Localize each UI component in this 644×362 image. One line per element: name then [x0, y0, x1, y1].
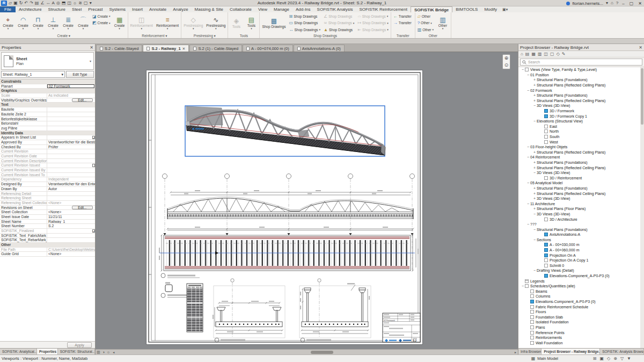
terrain-button[interactable]: ▦ Create ▾	[113, 16, 127, 30]
elevation-points-button[interactable]: ▲ Shop Drawings	[323, 27, 355, 32]
select-by-face-icon[interactable]: ⊕	[613, 356, 617, 361]
help-button[interactable]: ? Other ▾	[416, 20, 435, 25]
tree-item[interactable]: AxisAnnotations-A	[518, 232, 644, 237]
tree-expander-icon[interactable]: +	[532, 166, 537, 170]
tree-item[interactable]: Reinforcements	[518, 335, 644, 341]
measure-3d-button[interactable]: ∠ Shop Drawings	[323, 14, 355, 19]
tree-item[interactable]: − 02 Formwork	[518, 88, 644, 93]
ribbon-tab[interactable]: Analyze	[170, 6, 191, 12]
palette-tab[interactable]: SOFiSTiK: Analytical...	[0, 349, 37, 354]
transfer-export-button[interactable]: → Transfer	[392, 20, 414, 25]
property-row[interactable]: SOFiSTiK_Finalized	[0, 229, 95, 234]
tree-expander-icon[interactable]: +	[532, 197, 537, 200]
tree-item[interactable]: A - 00+030,000 m	[518, 242, 644, 248]
sheet-s2-railway-1[interactable]: 02 Formwork S.2	[147, 70, 422, 344]
property-row[interactable]: Text	[0, 103, 95, 107]
sections-button[interactable]: ▩ Shop Drawings	[261, 17, 287, 28]
property-row[interactable]: Scale As indicated	[0, 93, 95, 98]
app-store-icon[interactable]: ⌂	[611, 1, 613, 6]
tree-item[interactable]: − 01 Position	[518, 73, 644, 78]
design-options-icon[interactable]: ▦	[531, 356, 536, 361]
tree-item[interactable]: − 04 Reinforcement	[518, 155, 644, 160]
tree-item[interactable]: A - 00+060,000 m	[518, 248, 644, 253]
scroll-right-icon[interactable]: ▸	[513, 350, 518, 354]
property-row[interactable]: Planart 02 Formwork	[0, 84, 95, 89]
ribbon-tab[interactable]: SOFiSTiK Analysis	[314, 6, 356, 12]
curve-dimension-button[interactable]: ⌓ Shop Drawings ▾	[356, 13, 389, 19]
ribbon-tab[interactable]: Precast	[85, 6, 106, 12]
property-row[interactable]: Sheet Number S.2	[0, 224, 95, 229]
browser-filter-icon[interactable]: ◇	[557, 52, 560, 56]
thin-lines-icon[interactable]: ≋	[78, 1, 82, 6]
tree-item[interactable]: Projection On A	[518, 252, 644, 258]
tree-item[interactable]: 3D / Reinforcement	[518, 175, 644, 180]
references-dimension-button[interactable]: ↦ Shop Drawings ▾	[356, 20, 389, 25]
property-row[interactable]: SOFiSTiK_Text_FabricMark_Lar...	[0, 234, 95, 238]
view-tab[interactable]: A - 00+074,000 m (0)	[243, 45, 293, 52]
shape-button[interactable]: ◫ Reinforcement ▾	[129, 16, 154, 30]
property-row[interactable]: Sheet Collection <None>	[0, 210, 95, 215]
palette-tab[interactable]: Properties	[37, 349, 58, 354]
checkbox[interactable]	[92, 164, 96, 167]
view-tab[interactable]: S.2 (1) - Cable-Stayed	[189, 45, 242, 52]
section-icon[interactable]: ◫	[67, 1, 71, 6]
browser-grid-icon[interactable]: ▦	[531, 52, 536, 56]
search-input[interactable]: Search	[520, 59, 642, 66]
tree-expander-icon[interactable]: −	[532, 212, 537, 216]
property-row[interactable]: SOFiSTiK_Text_RebarMark_Larg...	[0, 238, 95, 243]
close-view-icon[interactable]: ✕	[182, 45, 186, 52]
main-model-label[interactable]: Main Model	[537, 356, 558, 361]
tree-expander-icon[interactable]: −	[526, 89, 530, 92]
undo-icon[interactable]: ↶	[24, 1, 28, 6]
tree-item[interactable]: Foundation Slab	[518, 315, 644, 320]
edit-type-button[interactable]: Edit Type	[66, 71, 94, 78]
close-properties-icon[interactable]: ✕	[90, 45, 93, 50]
tree-expander-icon[interactable]: +	[532, 207, 537, 211]
tree-expander-icon[interactable]: +	[532, 161, 537, 164]
tree-item[interactable]: + Structural Plans (Reflected Ceiling Pl…	[518, 165, 644, 170]
property-row[interactable]: Current Revision Issued By	[0, 168, 95, 173]
property-row[interactable]: Revisions on Sheet Edit...	[0, 206, 95, 211]
restore-button[interactable]: ▢	[628, 1, 635, 6]
ribbon-tab[interactable]: View	[255, 6, 270, 12]
rebar-button[interactable]: ≡ Reinforcement ▾	[155, 16, 180, 30]
tree-item[interactable]: 3D / Formwork Copy 1	[518, 113, 644, 119]
open-icon[interactable]: ▱	[9, 1, 12, 6]
tree-item[interactable]: 3D / Formwork	[518, 108, 644, 114]
ribbon-tab[interactable]: Insert	[129, 6, 146, 12]
tree-item[interactable]: + Structural Plans (Reflected Ceiling Pl…	[518, 150, 644, 155]
property-row[interactable]: Current Revision Issued	[0, 163, 95, 168]
browser-list-icon[interactable]: ▤	[525, 52, 530, 56]
tree-expander-icon[interactable]: +	[532, 83, 537, 87]
tree-expander-icon[interactable]: +	[532, 192, 537, 196]
tree-expander-icon[interactable]: −	[532, 238, 537, 242]
select-underlay-icon[interactable]: ▣	[600, 356, 604, 361]
tree-item[interactable]: + Structural Plans (Reflected Ceiling Pl…	[518, 191, 644, 196]
ribbon-tab[interactable]: Annotate	[146, 6, 170, 12]
type-selector[interactable]: SheetPlan ▾	[1, 52, 94, 70]
property-row[interactable]: Current Revision Date	[0, 154, 95, 159]
tree-item[interactable]: Isolated Foundation	[518, 320, 644, 325]
property-row[interactable]: Checked By Prüfer	[0, 145, 95, 150]
beams-button[interactable]: ⌒ Create ▾	[76, 16, 90, 30]
tree-item[interactable]: + 3D Views (3D-View)	[518, 196, 644, 201]
minimize-button[interactable]: –	[621, 1, 625, 6]
tree-item[interactable]: − 3D Views (3D-View)	[518, 103, 644, 108]
element-selector[interactable]: Sheet: Railway_1▾	[1, 71, 65, 78]
horizontal-scrollbar[interactable]: ▥◑☼ ◂ ▸	[96, 349, 518, 354]
tree-item[interactable]: South	[518, 134, 644, 140]
schedule-table[interactable]	[187, 284, 203, 332]
tree-item[interactable]: − 11 Architecture	[518, 201, 644, 206]
girder-layout-button[interactable]: ≣ Create ▾	[61, 16, 75, 30]
property-row[interactable]: Constraints	[0, 79, 95, 84]
user-interface-button[interactable]: ▥ Other ▾	[436, 16, 450, 30]
tree-expander-icon[interactable]: +	[532, 150, 537, 154]
property-row[interactable]: Dependency Independent	[0, 177, 95, 182]
plan-view-button[interactable]: ▭ Shop Drawings	[288, 20, 321, 25]
scrollbar-thumb[interactable]	[641, 68, 643, 125]
scrollbar-thumb[interactable]	[311, 351, 333, 354]
ribbon-tab[interactable]: BIMTOOLS	[452, 6, 481, 12]
signed-in-user[interactable]: florian.hernets...	[573, 1, 603, 6]
select-pinned-icon[interactable]: ◇	[607, 356, 610, 361]
tree-item[interactable]: West	[518, 139, 644, 144]
